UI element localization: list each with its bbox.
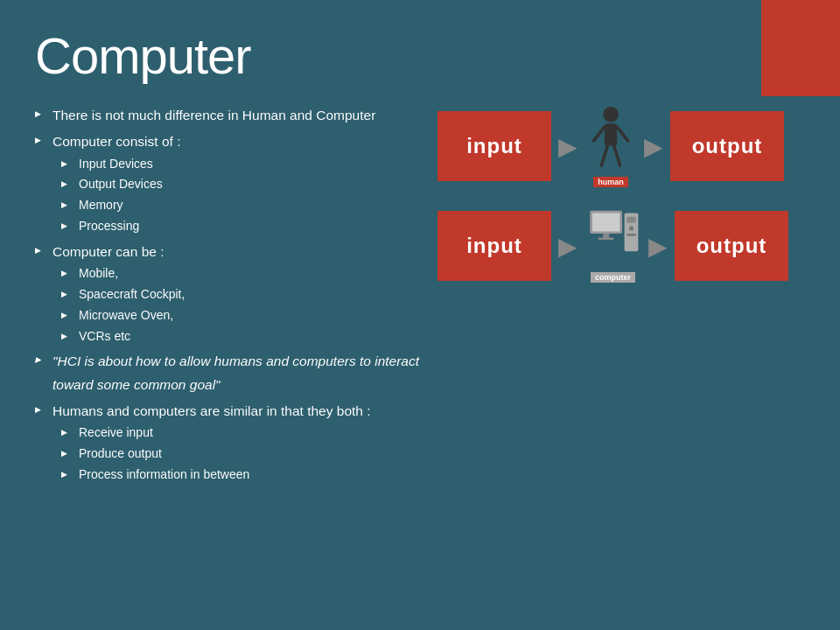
sub-item: Spacecraft Cockpit, [61,284,429,305]
svg-rect-9 [598,237,614,240]
sub-item: Microwave Oven, [61,305,429,326]
svg-line-4 [601,145,607,165]
bullet-list: There is not much difference in Human an… [35,104,429,486]
sub-list-2: Input Devices Output Devices Memory Proc… [61,154,429,237]
human-figure: human [584,105,637,187]
sub-list-5: Receive input Produce output Process inf… [61,423,429,485]
human-input-box: input [438,111,551,181]
sub-list-3: Mobile, Spacecraft Cockpit, Microwave Ov… [61,263,429,346]
computer-label: computer [591,272,635,283]
bullet-5: Humans and computers are similar in that… [35,400,429,486]
bullet-1: There is not much difference in Human an… [35,104,429,127]
computer-figure: computer [584,209,641,283]
human-diagram: input ▶ [438,105,805,187]
sub-item: Receive input [61,423,429,444]
human-label: human [593,177,628,187]
arrow-4: ▶ [648,232,668,261]
svg-rect-11 [626,217,636,223]
sub-item: Process information in between [61,465,429,486]
svg-line-2 [593,127,604,141]
bullet-4: "HCI is about how to allow humans and co… [35,350,429,396]
content-area: There is not much difference in Human an… [35,101,805,486]
arrow-3: ▶ [558,232,578,261]
computer-input-box: input [438,211,551,281]
human-output-box: output [670,111,784,181]
arrow-1: ▶ [558,132,578,161]
sub-item: Produce output [61,444,429,465]
sub-item: Processing [61,216,429,237]
svg-rect-7 [592,213,620,231]
sub-item: VCRs etc [61,326,429,347]
sub-item: Mobile, [61,263,429,284]
svg-point-0 [603,107,619,122]
sub-item: Output Devices [61,174,429,195]
sub-item: Input Devices [61,154,429,175]
left-column: There is not much difference in Human an… [35,101,438,486]
slide: Computer There is not much difference in… [0,0,840,630]
svg-rect-13 [626,234,636,236]
arrow-2: ▶ [644,132,663,161]
svg-line-5 [614,145,620,165]
slide-title: Computer [35,26,805,85]
bullet-2: Computer consist of : Input Devices Outp… [35,130,429,237]
svg-rect-1 [605,123,617,145]
human-icon [584,105,637,175]
svg-line-3 [617,127,627,141]
computer-diagram: input ▶ [438,209,805,283]
sub-item: Memory [61,195,429,216]
svg-point-12 [629,226,634,230]
computer-output-box: output [675,211,788,281]
computer-icon [584,209,641,270]
right-column: input ▶ [438,101,805,283]
red-bar-decoration [761,0,840,96]
bullet-3: Computer can be : Mobile, Spacecraft Coc… [35,241,429,347]
